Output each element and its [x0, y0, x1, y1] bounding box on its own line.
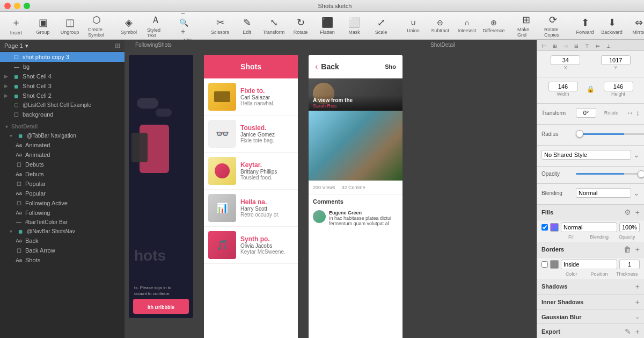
layer-debuts-1[interactable]: ☐ Debuts: [0, 160, 125, 169]
layer-following[interactable]: Aa Following: [0, 208, 125, 218]
fill-color-swatch[interactable]: [550, 223, 559, 232]
scissors-tool[interactable]: ✂ Scissors: [208, 15, 232, 37]
layer-shot-photo-copy[interactable]: ☐ shot photo copy 3: [0, 52, 125, 62]
page-dropdown-arrow[interactable]: ▾: [25, 42, 28, 49]
layer-background[interactable]: ☐ background: [0, 110, 125, 119]
style-dropdown-arrow[interactable]: ⌄: [633, 150, 640, 159]
borders-remove-icon[interactable]: 🗑: [624, 245, 631, 254]
export-settings-icon[interactable]: ✎: [625, 327, 631, 336]
shot-card-2[interactable]: Keytar. Brittany Phillips Tousled food.: [204, 153, 298, 190]
align-top-tab[interactable]: ⊤: [582, 42, 592, 51]
layer-popular-1[interactable]: ☐ Popular: [0, 179, 125, 189]
flatten-tool[interactable]: ⬛ Flatten: [316, 15, 339, 37]
shadows-add-icon[interactable]: +: [635, 282, 640, 291]
flatten-label: Flatten: [320, 30, 335, 35]
insert-tool[interactable]: ＋ Insert: [4, 14, 28, 38]
blending-select[interactable]: Normal: [576, 188, 631, 198]
inner-shadows-add-icon[interactable]: +: [635, 298, 640, 306]
border-thickness-input[interactable]: [619, 260, 640, 269]
border-color-swatch[interactable]: [550, 260, 559, 269]
scale-tool[interactable]: ⤢ Scale: [369, 15, 393, 37]
union-tool[interactable]: ∪ Union: [401, 16, 425, 35]
section-shot-detail[interactable]: ▼ ShotDetail: [0, 119, 125, 131]
shot-card-4[interactable]: 🎵 Synth po. Olivia Jacobs Keytar McSween…: [204, 227, 298, 264]
layer-bartint[interactable]: — #barTintColor Bar: [0, 218, 125, 227]
minimize-button[interactable]: [14, 3, 20, 9]
height-input[interactable]: [604, 82, 633, 91]
rotate-tool[interactable]: ↻ Rotate: [289, 15, 312, 37]
intersect-tool[interactable]: ∩ Intersect: [455, 16, 479, 35]
layer-shot-cell-2[interactable]: ▶ ◼ Shot Cell 2: [0, 91, 125, 100]
x-input[interactable]: [551, 55, 580, 65]
hero-title: A view from the: [313, 97, 398, 103]
back-button[interactable]: ‹: [315, 62, 318, 71]
flip-h-icon[interactable]: ↔: [626, 109, 634, 117]
forward-tool[interactable]: ⬆ Forward: [573, 15, 597, 37]
align-left-tab[interactable]: ⊢: [539, 42, 549, 51]
layer-list-cell[interactable]: ⬡ @ListCell Shot Cell Example: [0, 100, 125, 110]
layer-shots[interactable]: Aa Shots: [0, 255, 125, 265]
layer-tabbar-nav[interactable]: ▼ ◼ @TabBar Navigation: [0, 131, 125, 140]
page-selector[interactable]: Page 1 ▾: [4, 42, 28, 49]
blur-expand-icon[interactable]: ⌄: [635, 313, 640, 320]
make-grid-tool[interactable]: ⊞ Make Grid: [514, 12, 538, 40]
layer-back[interactable]: Aa Back: [0, 236, 125, 246]
border-position-select[interactable]: Inside: [561, 260, 617, 269]
layer-animated-1[interactable]: Aa Animated: [0, 140, 125, 150]
shot-card-3[interactable]: 📊 Hella na. Harry Scott Retro occupy or.: [204, 190, 298, 227]
shot-card-1[interactable]: 👓 Tousled. Janice Gomez Fixie tote bag.: [204, 116, 298, 153]
zoom-tool[interactable]: － 🔍 ＋ 47%: [176, 6, 200, 45]
width-input[interactable]: [548, 82, 578, 91]
group-tool[interactable]: ▣ Group: [31, 15, 55, 37]
layer-shot-cell-3[interactable]: ▶ ◼ Shot Cell 3: [0, 81, 125, 91]
transform-tool[interactable]: ⤡ Transform: [262, 15, 286, 37]
fill-blending-select[interactable]: Normal: [561, 222, 617, 232]
layer-debuts-2[interactable]: Aa Debuts: [0, 169, 125, 179]
backward-tool[interactable]: ⬇ Backward: [600, 15, 624, 37]
rotate-copies-tool[interactable]: ⟳ Rotate Copies: [541, 12, 565, 40]
layer-shot-cell-4[interactable]: ▶ ◼ Shot Cell 4: [0, 71, 125, 81]
panel-toggle-icon[interactable]: ⊞: [115, 42, 120, 49]
create-symbol-tool[interactable]: ⬡ Create Symbol: [85, 12, 108, 40]
layer-popular-2[interactable]: Aa Popular: [0, 189, 125, 198]
shared-style-select[interactable]: No Shared Style: [541, 150, 631, 160]
subtract-tool[interactable]: ⊖ Subtract: [428, 16, 452, 35]
inner-shadows-label: Inner Shadows: [541, 299, 583, 305]
difference-tool[interactable]: ⊕ Difference: [482, 16, 506, 35]
close-button[interactable]: [4, 3, 11, 9]
borders-add-icon[interactable]: +: [635, 245, 640, 254]
symbol-tool[interactable]: ◈ Symbol: [117, 15, 141, 37]
border-checkbox[interactable]: [541, 261, 548, 268]
fill-checkbox[interactable]: [541, 224, 548, 231]
align-right-tab[interactable]: ⊣: [561, 42, 570, 51]
fills-add-icon[interactable]: +: [635, 208, 640, 217]
fills-settings-icon[interactable]: ⚙: [624, 208, 631, 217]
align-bottom-tab[interactable]: ⊥: [604, 42, 613, 51]
edit-tool[interactable]: ✎ Edit: [235, 15, 259, 37]
layer-following-active[interactable]: ☐ Following Active: [0, 198, 125, 208]
ungroup-tool[interactable]: ◫ Ungroup: [58, 15, 82, 37]
mirror-tool[interactable]: ⇔ Mirror: [627, 15, 644, 37]
layer-animated-2[interactable]: Aa Animated: [0, 150, 125, 160]
layer-navbar[interactable]: ▼ ◼ @NavBar ShotsNav: [0, 227, 125, 236]
align-center-h-tab[interactable]: ⊞: [550, 42, 560, 51]
fullscreen-button[interactable]: [24, 3, 30, 9]
export-add-icon[interactable]: +: [635, 327, 640, 336]
align-center-v-tab[interactable]: ⊨: [593, 42, 603, 51]
layer-bg[interactable]: — bg: [0, 62, 125, 71]
radius-slider[interactable]: [576, 133, 644, 135]
traffic-lights[interactable]: [4, 3, 30, 9]
mask-tool[interactable]: ⬜ Mask: [342, 15, 366, 37]
dribbble-button[interactable]: ith Dribbble: [133, 299, 189, 314]
flip-v-icon[interactable]: ↕: [636, 109, 640, 117]
y-input[interactable]: [601, 55, 631, 65]
distribute-h-tab[interactable]: ⊟: [572, 42, 581, 51]
rotate-input[interactable]: [576, 108, 596, 118]
fill-opacity-input[interactable]: [619, 222, 640, 232]
styled-text-tool[interactable]: Ａ Styled Text: [144, 11, 167, 40]
canvas[interactable]: FollowingShots ShotDetail hots ts. Pleas…: [125, 40, 537, 338]
size-lock-icon[interactable]: 🔒: [587, 85, 595, 93]
layer-back-arrow[interactable]: ☐ Back Arrow: [0, 246, 125, 255]
opacity-slider[interactable]: [576, 173, 644, 175]
shot-card-0[interactable]: Fixie to. Carl Salazar Hella narwhal.: [204, 78, 298, 116]
